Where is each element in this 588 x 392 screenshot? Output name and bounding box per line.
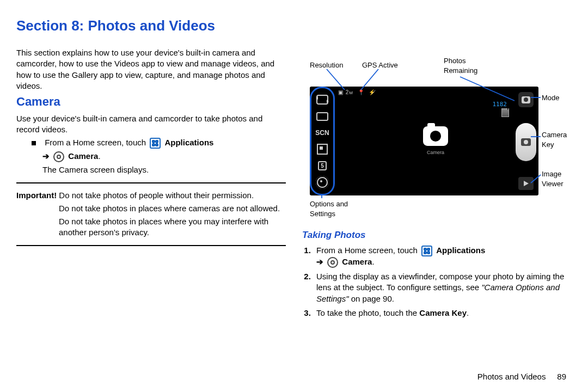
step-1: From a Home screen, touch Applications ➔…	[313, 245, 572, 268]
two-column-layout: This section explains how to use your de…	[16, 45, 572, 322]
page-footer: Photos and Videos 89	[477, 371, 566, 382]
left-column: This section explains how to use your de…	[16, 45, 286, 322]
taking-photos-heading: Taking Photos	[302, 229, 572, 242]
mode-button	[518, 92, 534, 107]
camera-key-button	[516, 123, 536, 161]
right-panel	[513, 87, 538, 195]
photos-remaining-count: 1182	[493, 101, 507, 109]
important-block: Important! Do not take photos of people …	[16, 190, 286, 201]
image-viewer-button	[518, 177, 534, 190]
camera-diagram: Resolution GPS Active Photos Remaining M…	[302, 60, 564, 224]
camera-heading: Camera	[16, 94, 286, 110]
intro-text: This section explains how to use your de…	[16, 47, 286, 91]
step-3: To take the photo, touch the Camera Key.	[313, 308, 572, 318]
page: Section 8: Photos and Videos This sectio…	[0, 0, 588, 392]
viewfinder-center: Camera	[423, 126, 448, 156]
step-2: Using the display as a viewfinder, compo…	[313, 271, 572, 304]
applications-icon	[421, 246, 432, 256]
label-options-settings: Options and Settings	[310, 199, 348, 218]
text: on page 90.	[351, 294, 394, 303]
arrow-icon: ➔	[42, 151, 50, 161]
camera-preview: SCN 5 ▣ 2M 📍 ⚡̸ 1182 Camera	[310, 87, 538, 195]
applications-label: Applications	[436, 246, 485, 255]
settings-gear-icon	[315, 176, 329, 188]
applications-label: Applications	[164, 138, 213, 147]
divider	[16, 182, 286, 183]
important-1: Do not take photos of people without the…	[59, 191, 254, 200]
camera-label: Camera	[68, 151, 98, 161]
camera-label: Camera	[342, 257, 372, 266]
label-camera-key: Camera Key	[542, 130, 567, 149]
camera-icon	[53, 151, 64, 162]
camera-key-label: Camera Key	[419, 308, 467, 317]
camera-glyph-icon	[423, 126, 448, 146]
text: To take the photo, touch the	[316, 308, 419, 317]
label-image-viewer: Image Viewer	[542, 169, 564, 188]
arrow-icon: ➔	[316, 257, 323, 266]
mini-camera-icon	[522, 96, 530, 103]
label-gps-active: GPS Active	[362, 60, 398, 70]
label-resolution: Resolution	[310, 60, 343, 70]
timer-icon: 5	[315, 160, 329, 172]
important-label: Important!	[16, 191, 57, 200]
bullet-row: From a Home screen, touch Applications	[32, 137, 286, 149]
exposure-icon	[315, 143, 329, 155]
bullet-square-icon	[32, 141, 36, 145]
page-number: 89	[557, 372, 566, 381]
status-icons: ▣ 2M 📍 ⚡̸	[338, 89, 376, 96]
label-photos-remaining: Photos Remaining	[444, 56, 477, 75]
scene-mode-icon: SCN	[315, 127, 329, 139]
important-2: Do not take photos in places where camer…	[59, 203, 286, 214]
storage-icon	[501, 108, 509, 117]
divider	[16, 245, 286, 246]
text: From a Home screen, touch	[316, 246, 418, 255]
flash-icon	[315, 111, 329, 122]
label-mode: Mode	[542, 93, 560, 103]
camera-sidebar: SCN 5	[310, 87, 335, 195]
applications-icon	[150, 138, 161, 149]
important-3: Do not take photos in places where you m…	[59, 216, 286, 238]
camera-intro: Use your device's built-in camera and ca…	[16, 113, 286, 136]
camera-icon	[327, 257, 338, 268]
play-icon	[524, 181, 529, 186]
switch-camera-icon	[315, 94, 329, 106]
section-title: Section 8: Photos and Videos	[16, 16, 572, 35]
bullet-continuation: ➔ Camera.	[42, 151, 286, 162]
text: From a Home screen, touch	[45, 138, 146, 147]
viewfinder-caption: Camera	[423, 149, 448, 156]
camera-screen-displays: The Camera screen displays.	[42, 164, 286, 175]
footer-chapter: Photos and Videos	[477, 372, 546, 381]
right-column: Resolution GPS Active Photos Remaining M…	[302, 45, 572, 322]
steps-list: From a Home screen, touch Applications ➔…	[302, 245, 572, 318]
shutter-icon	[521, 138, 531, 146]
